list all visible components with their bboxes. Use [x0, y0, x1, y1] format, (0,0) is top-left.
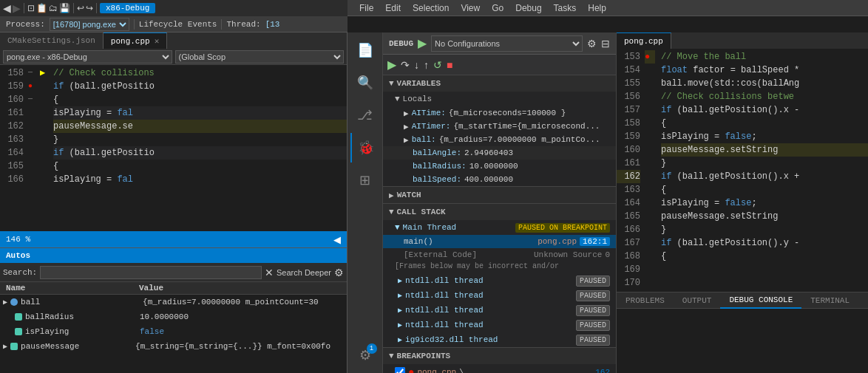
frame-external[interactable]: [External Code] Unknown Source 0: [383, 248, 616, 261]
bp-markers-right: ●: [645, 49, 655, 292]
frame-main-line: 162:1: [580, 237, 610, 246]
row-pausemessage-value: {m_string={m_string={...}} m_font=0x00fo: [135, 342, 344, 351]
activity-search-btn[interactable]: 🔍: [350, 68, 380, 97]
menu-tasks[interactable]: Tasks: [548, 1, 583, 15]
frame-external-source: Unknown Source: [534, 250, 602, 259]
variables-section-header[interactable]: ▼ VARIABLES: [383, 75, 616, 92]
tab-problems[interactable]: PROBLEMS: [617, 292, 674, 309]
autos-row-ball[interactable]: ▶ ball {m_radius=7.00000000 m_pointCount…: [0, 295, 347, 309]
bottom-content-area: [617, 309, 868, 373]
frame-main-name: main(): [404, 237, 433, 246]
col-name-header: Name: [6, 284, 139, 292]
menu-go[interactable]: Go: [486, 1, 509, 15]
tab-debug-console[interactable]: DEBUG CONSOLE: [720, 292, 801, 309]
row-ball-name: ball: [21, 298, 143, 307]
debug-stepinto-btn[interactable]: ↓: [414, 59, 419, 71]
menu-help[interactable]: Help: [582, 1, 612, 15]
var-item-ballangle[interactable]: ballAngle: 2.94960403: [383, 146, 616, 160]
activity-debug-btn[interactable]: 🐞: [350, 133, 380, 162]
watch-section-header[interactable]: ▶ WATCH: [383, 187, 616, 203]
menu-debug[interactable]: Debug: [509, 1, 547, 15]
debug-stepover-btn[interactable]: ↷: [401, 59, 410, 71]
tab-output[interactable]: OUTPUT: [674, 292, 721, 309]
activity-scm-btn[interactable]: ⎇: [350, 100, 380, 130]
process-label: Process:: [6, 20, 45, 29]
debug-run-btn[interactable]: ▶: [418, 36, 427, 50]
undo-button[interactable]: ↩: [77, 3, 84, 13]
tab-pong-cpp[interactable]: pong.cpp ✕: [104, 32, 167, 49]
toolbar-btn-1[interactable]: ⊡: [27, 3, 35, 13]
menu-edit[interactable]: Edit: [379, 1, 407, 15]
thread-ntdll-4[interactable]: ▶ntdll.dll thread PAUSED: [383, 318, 616, 332]
activity-extensions-btn[interactable]: ⊞: [350, 165, 380, 195]
debug-settings-btn[interactable]: ⚙: [587, 38, 597, 49]
back-button[interactable]: ◀: [3, 2, 11, 14]
autos-row-ballradius[interactable]: ballRadius 10.0000000: [0, 309, 347, 324]
debug-config-select[interactable]: No Configurations: [431, 35, 583, 52]
arrow-markers: ▶: [40, 65, 50, 231]
debug-stop-btn[interactable]: ■: [447, 59, 452, 71]
debug-restart-btn[interactable]: ↺: [433, 59, 442, 71]
thread-ntdll-1[interactable]: ▶ntdll.dll thread PAUSED: [383, 273, 616, 288]
frame-main-file: pong.cpp: [538, 237, 577, 246]
activity-files-btn[interactable]: 📄: [350, 35, 380, 65]
redo-button[interactable]: ↪: [86, 3, 93, 13]
var-item-aitime[interactable]: ▶ AITime: {m_microseconds=100000 }: [383, 106, 616, 120]
lifecycle-label: Lifecycle Events: [139, 20, 217, 29]
var-item-ballradius[interactable]: ballRadius: 10.0000000: [383, 160, 616, 173]
main-thread-label: Main Thread: [403, 223, 457, 232]
watch-label: WATCH: [397, 191, 421, 199]
bp-circle: ●: [408, 366, 414, 373]
toolbar-btn-2[interactable]: 📋: [36, 3, 47, 13]
tab-cmake[interactable]: CMakeSettings.json: [0, 32, 104, 49]
thread-ntdll-2[interactable]: ▶ntdll.dll thread PAUSED: [383, 288, 616, 303]
breakpoints-section-header[interactable]: ▼ BREAKPOINTS: [383, 348, 616, 364]
debug-continue-btn[interactable]: ▶: [387, 58, 396, 72]
exe-select[interactable]: pong.exe - x86-Debug: [3, 50, 172, 64]
thread-label: Thread:: [226, 20, 260, 29]
search-clear-btn[interactable]: ✕: [265, 267, 274, 278]
menu-file[interactable]: File: [353, 1, 379, 15]
toolbar-btn-3[interactable]: 🗂: [49, 3, 58, 13]
bp-line-number: 162: [595, 368, 610, 373]
scroll-left[interactable]: ◀: [333, 234, 341, 245]
callstack-section-header[interactable]: ▼ CALL STACK: [383, 204, 616, 220]
debug-stepout-btn[interactable]: ↑: [424, 59, 429, 71]
menu-selection[interactable]: Selection: [407, 1, 455, 15]
scope-select[interactable]: (Global Scop: [175, 50, 345, 64]
autos-search-input[interactable]: [40, 266, 262, 279]
toolbar-btn-4[interactable]: 💾: [59, 3, 70, 13]
locals-label: Locals: [403, 95, 433, 103]
right-tab-pong[interactable]: pong.cpp: [617, 32, 671, 49]
tab-close-btn[interactable]: ✕: [155, 36, 160, 46]
paused-badge: PAUSED ON BREAKPOINT: [515, 223, 610, 233]
frame-main[interactable]: main() pong.cpp 162:1: [383, 235, 616, 248]
frame-external-line: 0: [605, 250, 610, 259]
debug-split-btn[interactable]: ⊟: [601, 38, 610, 49]
autos-rows: ▶ ball {m_radius=7.00000000 m_pointCount…: [0, 295, 347, 373]
autos-row-pausemessage[interactable]: ▶ pauseMessage {m_string={m_string={...}…: [0, 339, 347, 354]
menu-view[interactable]: View: [455, 1, 486, 15]
variables-label: VARIABLES: [397, 79, 441, 88]
forward-button[interactable]: ▶: [13, 2, 21, 14]
tab-terminal[interactable]: TERMINAL: [801, 292, 858, 309]
fold-markers: ─ ● ─: [28, 65, 40, 231]
code-right: // Move the ball float factor = ballSpee…: [655, 49, 868, 292]
var-item-ball[interactable]: ▶ ball: {m_radius=7.00000000 m_pointCo..…: [383, 133, 616, 146]
main-thread-header[interactable]: ▼ Main Thread PAUSED ON BREAKPOINT: [383, 220, 616, 235]
locals-subheader[interactable]: ▼ Locals: [383, 92, 616, 106]
frames-note: [Frames below may be incorrect and/or: [383, 261, 616, 273]
var-item-aitimer[interactable]: ▶ AITimer: {m_startTime={m_microsecond..…: [383, 120, 616, 133]
thread-ig9icd32[interactable]: ▶ig9icd32.dll thread PAUSED: [383, 332, 616, 347]
variables-arrow: ▼: [389, 79, 394, 88]
search-settings-btn[interactable]: ⚙: [334, 267, 344, 278]
process-select[interactable]: [16780] pong.exe: [50, 18, 129, 31]
search-deeper-btn[interactable]: Search Deeper: [277, 268, 331, 277]
bp-checkbox[interactable]: [395, 367, 405, 373]
row-pausemessage-name: pauseMessage: [21, 342, 135, 351]
var-item-ballspeed[interactable]: ballSpeed: 400.000000: [383, 173, 616, 186]
line-numbers: 158 159 160 161 162 163 164 165 166: [0, 65, 28, 231]
thread-ntdll-3[interactable]: ▶ntdll.dll thread PAUSED: [383, 303, 616, 318]
autos-row-isplaying[interactable]: isPlaying false: [0, 324, 347, 339]
bp-item-pong[interactable]: ● pong.cpp \ 162: [383, 364, 616, 373]
